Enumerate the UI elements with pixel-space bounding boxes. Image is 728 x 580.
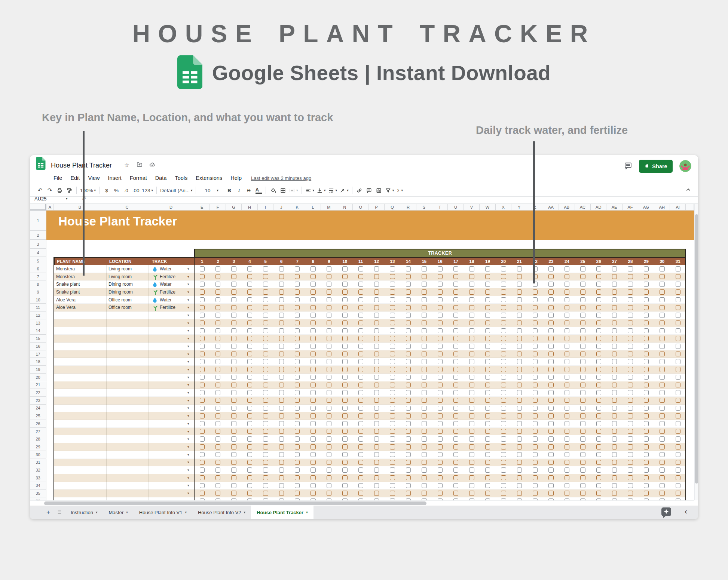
day-checkbox[interactable] <box>406 282 411 287</box>
day-checkbox[interactable] <box>612 444 617 449</box>
column-header-M[interactable]: M <box>321 204 337 211</box>
day-checkbox[interactable] <box>501 460 506 465</box>
day-checkbox[interactable] <box>358 313 364 318</box>
day-checkbox[interactable] <box>565 475 570 481</box>
day-checkbox[interactable] <box>358 460 364 465</box>
day-checkbox[interactable] <box>215 320 221 326</box>
insert-link-icon[interactable] <box>355 185 364 195</box>
day-checkbox[interactable] <box>453 390 459 395</box>
day-checkbox[interactable] <box>548 421 554 426</box>
day-checkbox[interactable] <box>517 313 522 318</box>
day-checkbox[interactable] <box>596 305 602 310</box>
track-dropdown-icon[interactable]: ▾ <box>187 374 189 381</box>
day-checkbox[interactable] <box>628 467 633 473</box>
table-row-34[interactable]: ▾ <box>54 482 686 490</box>
day-checkbox[interactable] <box>612 491 617 496</box>
day-checkbox[interactable] <box>548 344 554 349</box>
day-checkbox[interactable] <box>628 421 633 426</box>
cloud-saved-icon[interactable] <box>149 161 156 169</box>
day-checkbox[interactable] <box>453 444 459 449</box>
row-header-35[interactable]: 35 <box>30 490 46 497</box>
day-checkbox[interactable] <box>485 274 490 279</box>
day-checkbox[interactable] <box>469 313 474 318</box>
day-checkbox[interactable] <box>453 313 459 318</box>
day-checkbox[interactable] <box>342 383 348 388</box>
day-checkbox[interactable] <box>327 336 332 341</box>
day-checkbox[interactable] <box>644 452 649 457</box>
day-checkbox[interactable] <box>548 398 554 403</box>
day-checkbox[interactable] <box>565 452 570 457</box>
row-header-11[interactable]: 11 <box>30 304 46 312</box>
day-checkbox[interactable] <box>501 491 506 496</box>
day-checkbox[interactable] <box>263 421 268 426</box>
day-checkbox[interactable] <box>263 297 268 303</box>
day-checkbox[interactable] <box>438 352 443 357</box>
day-checkbox[interactable] <box>533 297 538 303</box>
day-checkbox[interactable] <box>469 336 474 341</box>
row-header-34[interactable]: 34 <box>30 482 46 490</box>
day-checkbox[interactable] <box>342 390 348 395</box>
day-checkbox[interactable] <box>422 352 427 357</box>
day-checkbox[interactable] <box>660 421 665 426</box>
day-checkbox[interactable] <box>517 359 522 364</box>
day-checkbox[interactable] <box>501 383 506 388</box>
column-header-E[interactable]: E <box>194 204 210 211</box>
day-checkbox[interactable] <box>644 336 649 341</box>
day-checkbox[interactable] <box>628 336 633 341</box>
day-checkbox[interactable] <box>501 444 506 449</box>
day-checkbox[interactable] <box>231 336 236 341</box>
day-checkbox[interactable] <box>469 406 474 411</box>
day-checkbox[interactable] <box>406 467 411 473</box>
day-checkbox[interactable] <box>342 413 348 418</box>
day-checkbox[interactable] <box>501 483 506 488</box>
day-checkbox[interactable] <box>438 336 443 341</box>
day-checkbox[interactable] <box>453 297 459 303</box>
table-row-15[interactable]: ▾ <box>54 335 686 343</box>
day-checkbox[interactable] <box>565 282 570 287</box>
day-checkbox[interactable] <box>469 475 474 481</box>
day-checkbox[interactable] <box>295 289 300 295</box>
day-checkbox[interactable] <box>676 398 681 403</box>
day-checkbox[interactable] <box>295 320 300 326</box>
day-checkbox[interactable] <box>390 452 395 457</box>
day-checkbox[interactable] <box>660 289 665 295</box>
day-checkbox[interactable] <box>565 390 570 395</box>
day-checkbox[interactable] <box>327 413 332 418</box>
day-checkbox[interactable] <box>374 421 379 426</box>
day-checkbox[interactable] <box>517 390 522 395</box>
day-checkbox[interactable] <box>200 467 205 473</box>
day-checkbox[interactable] <box>533 421 538 426</box>
column-header-AG[interactable]: AG <box>638 204 654 211</box>
sheet-tab-instruction[interactable]: Instruction▾ <box>65 506 103 519</box>
day-checkbox[interactable] <box>327 491 332 496</box>
day-checkbox[interactable] <box>342 367 348 372</box>
day-checkbox[interactable] <box>533 390 538 395</box>
day-checkbox[interactable] <box>374 359 379 364</box>
day-checkbox[interactable] <box>438 274 443 279</box>
day-checkbox[interactable] <box>548 320 554 326</box>
day-checkbox[interactable] <box>660 266 665 271</box>
day-checkbox[interactable] <box>533 352 538 357</box>
day-checkbox[interactable] <box>231 320 236 326</box>
day-checkbox[interactable] <box>628 460 633 465</box>
day-checkbox[interactable] <box>612 359 617 364</box>
day-checkbox[interactable] <box>596 336 602 341</box>
day-checkbox[interactable] <box>438 297 443 303</box>
day-checkbox[interactable] <box>596 383 602 388</box>
day-checkbox[interactable] <box>517 413 522 418</box>
day-checkbox[interactable] <box>485 359 490 364</box>
day-checkbox[interactable] <box>644 344 649 349</box>
day-checkbox[interactable] <box>660 390 665 395</box>
day-checkbox[interactable] <box>453 359 459 364</box>
day-checkbox[interactable] <box>453 406 459 411</box>
column-header-Q[interactable]: Q <box>385 204 400 211</box>
day-checkbox[interactable] <box>295 375 300 380</box>
row-header-1[interactable]: 1 <box>30 211 46 231</box>
track-dropdown-icon[interactable]: ▾ <box>187 350 189 358</box>
day-checkbox[interactable] <box>279 467 284 473</box>
day-checkbox[interactable] <box>311 359 316 364</box>
day-checkbox[interactable] <box>231 444 236 449</box>
row-header-15[interactable]: 15 <box>30 335 46 343</box>
day-checkbox[interactable] <box>279 383 284 388</box>
day-checkbox[interactable] <box>406 336 411 341</box>
